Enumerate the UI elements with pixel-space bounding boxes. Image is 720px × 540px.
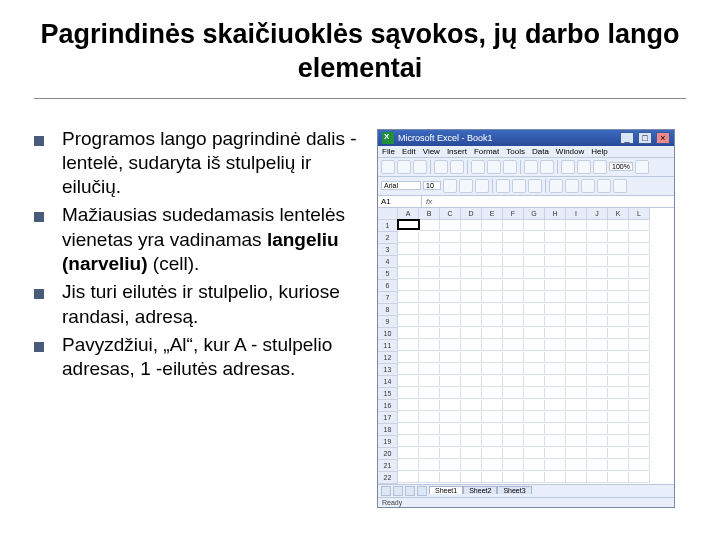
cell[interactable] [608,304,629,315]
cell[interactable] [524,436,545,447]
cell[interactable] [566,352,587,363]
cell[interactable] [545,436,566,447]
cell[interactable] [587,232,608,243]
cell[interactable] [629,316,650,327]
cell[interactable] [545,304,566,315]
cell[interactable] [482,220,503,231]
cell[interactable] [587,268,608,279]
column-header[interactable]: H [545,208,566,220]
cell[interactable] [440,424,461,435]
cell[interactable] [608,376,629,387]
menu-item-window[interactable]: Window [556,147,584,156]
cell[interactable] [398,424,419,435]
cell[interactable] [629,304,650,315]
cell[interactable] [587,400,608,411]
sheet-tab[interactable]: Sheet1 [429,486,463,494]
cell[interactable] [440,352,461,363]
cell[interactable] [545,472,566,483]
cell[interactable] [587,460,608,471]
cell[interactable] [524,328,545,339]
cell[interactable] [440,304,461,315]
cell[interactable] [398,280,419,291]
cell[interactable] [419,292,440,303]
cell[interactable] [503,472,524,483]
align-right-button[interactable] [528,179,542,193]
tab-nav-next[interactable] [405,486,415,496]
cell[interactable] [629,220,650,231]
cell[interactable] [419,328,440,339]
row-header[interactable]: 15 [378,388,398,400]
cell[interactable] [524,292,545,303]
cell[interactable] [419,412,440,423]
cell[interactable] [461,304,482,315]
cell[interactable] [566,376,587,387]
row-header[interactable]: 6 [378,280,398,292]
menu-item-insert[interactable]: Insert [447,147,467,156]
cell[interactable] [587,436,608,447]
cell[interactable] [629,292,650,303]
cell[interactable] [440,436,461,447]
cell[interactable] [629,328,650,339]
preview-button[interactable] [450,160,464,174]
cell[interactable] [503,268,524,279]
cell[interactable] [398,400,419,411]
cell[interactable] [440,448,461,459]
font-color-button[interactable] [613,179,627,193]
cell[interactable] [587,316,608,327]
menu-item-format[interactable]: Format [474,147,499,156]
cell[interactable] [461,316,482,327]
cell[interactable] [629,436,650,447]
minimize-button[interactable]: _ [620,132,634,144]
row-header[interactable]: 19 [378,436,398,448]
cell[interactable] [419,436,440,447]
cell[interactable] [545,268,566,279]
cell[interactable] [482,448,503,459]
cell[interactable] [629,268,650,279]
cell[interactable] [398,268,419,279]
cell[interactable] [398,232,419,243]
cell[interactable] [440,220,461,231]
cell[interactable] [524,460,545,471]
cell[interactable] [608,460,629,471]
cell[interactable] [524,316,545,327]
cell[interactable] [482,412,503,423]
cell[interactable] [440,232,461,243]
cell[interactable] [587,388,608,399]
cell[interactable] [629,280,650,291]
menu-item-help[interactable]: Help [591,147,607,156]
cell[interactable] [524,256,545,267]
cell[interactable] [629,460,650,471]
cell[interactable] [503,328,524,339]
cell[interactable] [503,232,524,243]
cell[interactable] [482,376,503,387]
percent-button[interactable] [565,179,579,193]
cell[interactable] [503,340,524,351]
cell[interactable] [608,388,629,399]
cell[interactable] [566,424,587,435]
cell[interactable] [461,244,482,255]
cell[interactable] [608,472,629,483]
cell[interactable] [587,376,608,387]
cell[interactable] [440,316,461,327]
cell[interactable] [398,244,419,255]
cell[interactable] [524,448,545,459]
zoom-box[interactable]: 100% [609,162,633,171]
cell[interactable] [461,412,482,423]
font-name-box[interactable]: Arial [381,181,421,190]
row-header[interactable]: 18 [378,424,398,436]
cell[interactable] [587,340,608,351]
row-header[interactable]: 13 [378,364,398,376]
print-button[interactable] [434,160,448,174]
cell[interactable] [629,256,650,267]
cell[interactable] [545,352,566,363]
cell[interactable] [398,460,419,471]
cell[interactable] [608,352,629,363]
cell[interactable] [524,388,545,399]
cell[interactable] [524,268,545,279]
cell[interactable] [545,256,566,267]
cell[interactable] [629,400,650,411]
cell[interactable] [587,292,608,303]
underline-button[interactable] [475,179,489,193]
cell[interactable] [503,352,524,363]
cell[interactable] [566,232,587,243]
